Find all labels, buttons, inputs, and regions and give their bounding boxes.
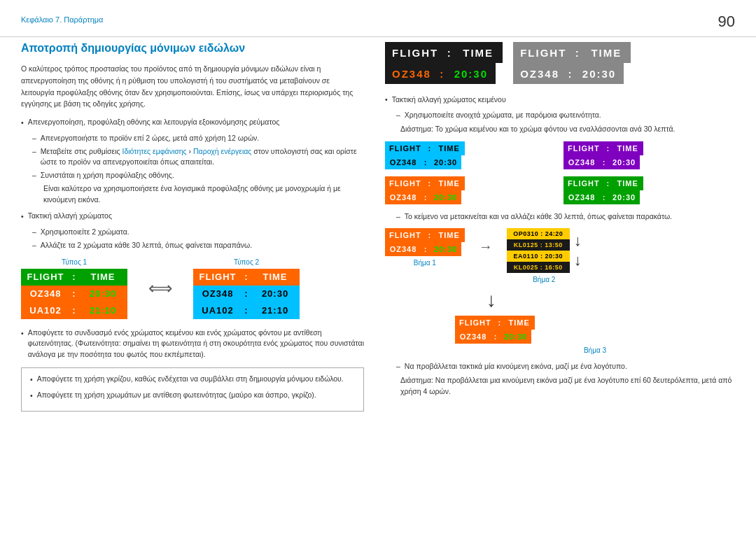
info-item-1: • Αποφύγετε τη χρήση γκρίζου, καθώς ενδέ… xyxy=(30,374,355,386)
s3-d-time: 20:30 xyxy=(500,330,531,344)
t2-d2-left: UA102 xyxy=(193,302,242,319)
step-arrow-right: → xyxy=(479,239,493,255)
t1-d2-colon: : xyxy=(70,302,78,319)
s3-h-flight: FLIGHT xyxy=(455,316,496,330)
sub-bullet-2-1: – Χρησιμοποιείτε 2 χρώματα. xyxy=(32,227,364,238)
step3-label: Βήμα 3 xyxy=(455,346,735,354)
t2-h-left: FLIGHT xyxy=(193,269,242,286)
cy-h-colon: : xyxy=(426,141,434,155)
sc-row3: EA0110 : 20:30 xyxy=(507,251,570,262)
gray-d-oz: OZ348 xyxy=(513,63,566,84)
t1-d-colon: : xyxy=(70,286,78,302)
bullet1-title: Απενεργοποίηση, προφύλαξη οθόνης και λει… xyxy=(28,117,280,129)
t2-h-right: TIME xyxy=(251,269,300,286)
or-d-colon: : xyxy=(421,190,430,204)
gn-d-oz: OZ348 xyxy=(564,190,600,204)
t1-h-left: FLIGHT xyxy=(21,269,70,286)
sub-bullet-1-1: – Απενεργοποιήστε το προϊόν επί 2 ώρες, … xyxy=(32,133,364,144)
bullet-dot: • xyxy=(21,118,24,129)
or-d-oz: OZ348 xyxy=(385,190,421,204)
sub-bullet-1-3: – Συνιστάται η χρήση προφύλαξης οθόνης. xyxy=(32,170,364,181)
link-power[interactable]: Παροχή ενέργειας xyxy=(193,147,251,155)
s3-d-oz: OZ348 xyxy=(455,330,491,344)
s1-h-colon: : xyxy=(426,228,434,242)
type1-label: Τύπος 1 xyxy=(21,258,127,266)
left-column: Αποτροπή δημιουργίας μόνιμων ειδώλων Ο κ… xyxy=(21,42,364,412)
t1-d2-left: UA102 xyxy=(21,302,70,319)
pu-h-time: TIME xyxy=(612,141,643,155)
step3-board: FLIGHT : TIME OZ348 : 20:30 xyxy=(455,316,535,344)
step1-board: FLIGHT : TIME OZ348 : 20:30 xyxy=(385,228,465,256)
t1-d-left: OZ348 xyxy=(21,286,70,302)
s1-d-time: 20:30 xyxy=(430,242,461,256)
sc-row1: OP0310 : 24:20 xyxy=(507,228,570,239)
dark-d-colon: : xyxy=(438,63,447,84)
sub-bullet-2-2: – Αλλάζτε τα 2 χρώματα κάθε 30 λεπτά, όπ… xyxy=(32,240,364,251)
or-h-flight: FLIGHT xyxy=(385,176,426,190)
or-d-time: 20:30 xyxy=(430,190,461,204)
s3-h-colon: : xyxy=(496,316,504,330)
steps-row: FLIGHT : TIME OZ348 : 20:30 Βήμα 1 → xyxy=(385,228,735,283)
right-column: FLIGHT : TIME OZ348 : 20:30 FLIGHT : TIM… xyxy=(385,42,735,412)
down-arrow-2: ↓ xyxy=(574,251,582,269)
pu-h-colon: : xyxy=(604,141,612,155)
sc-row4: KL0025 : 16:50 xyxy=(507,262,570,273)
gray-h-time: TIME xyxy=(582,42,631,63)
dark-d-oz: OZ348 xyxy=(385,63,438,84)
dark-h-time: TIME xyxy=(454,42,503,63)
gray-d-time: 20:30 xyxy=(575,63,624,84)
top-divider xyxy=(0,36,756,37)
dark-h-colon: : xyxy=(445,42,454,63)
green-white-board: FLIGHT : TIME OZ348 : 20:30 xyxy=(564,176,735,204)
cy-d-time: 20:30 xyxy=(430,155,461,169)
right-sub-3: – Το κείμενο να μετακινείται και να αλλά… xyxy=(396,211,735,223)
s3-h-time: TIME xyxy=(504,316,535,330)
t2-d-right: 20:30 xyxy=(251,286,300,302)
step1-label: Βήμα 1 xyxy=(385,259,465,267)
gn-d-time: 20:30 xyxy=(608,190,640,204)
big-down-arrow: ↓ xyxy=(486,289,735,311)
s1-d-oz: OZ348 xyxy=(385,242,421,256)
right-sub-1: – Χρησιμοποιείτε ανοιχτά χρώματα, με παρ… xyxy=(396,110,735,121)
step3-container: FLIGHT : TIME OZ348 : 20:30 Βήμα 3 xyxy=(455,316,735,354)
dark-h-flight: FLIGHT xyxy=(385,42,445,63)
pu-d-time: 20:30 xyxy=(608,155,640,169)
final-sub-1: – Να προβάλλεται τακτικά μία κινούμενη ε… xyxy=(396,361,735,372)
dark-board: FLIGHT : TIME OZ348 : 20:30 xyxy=(385,42,503,84)
t2-h-colon: : xyxy=(242,269,251,286)
right-bullet-1: • Τακτική αλλαγή χρώματος κειμένου xyxy=(385,94,735,106)
final-sub-2: Διάστημα: Να προβάλλεται μια κινούμενη ε… xyxy=(400,375,735,398)
dark-d-time: 20:30 xyxy=(447,63,496,84)
final-bullets: – Να προβάλλεται τακτικά μία κινούμενη ε… xyxy=(385,361,735,397)
down-arrows: ↓ ↓ xyxy=(574,232,582,269)
cy-d-oz: OZ348 xyxy=(385,155,421,169)
bullet2-title: Τακτική αλλαγή χρώματος xyxy=(28,211,112,223)
pu-h-flight: FLIGHT xyxy=(564,141,604,155)
step1-container: FLIGHT : TIME OZ348 : 20:30 Βήμα 1 xyxy=(385,228,465,267)
swap-arrow: ⟺ xyxy=(148,279,172,298)
type2-board: FLIGHT : TIME OZ348 : 20:30 UA102 : 21:1… xyxy=(193,269,300,319)
step2-label: Βήμα 2 xyxy=(507,276,582,283)
section-title: Αποτροπή δημιουργίας μόνιμων ειδώλων xyxy=(21,42,364,55)
intro-text: Ο καλύτερος τρόπος προστασίας του προϊόν… xyxy=(21,63,364,110)
gray-h-colon: : xyxy=(573,42,582,63)
pu-d-colon: : xyxy=(600,155,608,169)
s1-h-flight: FLIGHT xyxy=(385,228,426,242)
link-display-properties[interactable]: Ιδιότητες εμφάνισης xyxy=(122,147,187,155)
type1-board: FLIGHT : TIME OZ348 : 20:30 UA102 : 21:1… xyxy=(21,269,127,319)
purple-board: FLIGHT : TIME OZ348 : 20:30 xyxy=(564,141,735,169)
sub-bullet-1-2: – Μεταβείτε στις ρυθμίσεις Ιδιότητες εμφ… xyxy=(32,146,364,169)
bullet-section-3: • Αποφύγετε το συνδυασμό ενός χρώματος κ… xyxy=(21,328,364,360)
t2-d-left: OZ348 xyxy=(193,286,242,302)
page-number: 90 xyxy=(718,13,735,31)
types-container: Τύπος 1 FLIGHT : TIME OZ348 : 20:30 UA10… xyxy=(21,258,364,319)
bullet-section-2: • Τακτική αλλαγή χρώματος – Χρησιμοποιεί… xyxy=(21,211,364,251)
bullet-section-1: • Απενεργοποίηση, προφύλαξη οθόνης και λ… xyxy=(21,117,364,205)
t2-d-colon: : xyxy=(242,286,251,302)
down-arrow-1: ↓ xyxy=(574,232,582,250)
cy-h-time: TIME xyxy=(434,141,465,155)
s1-h-time: TIME xyxy=(434,228,465,242)
t1-h-right: TIME xyxy=(78,269,127,286)
or-h-colon: : xyxy=(426,176,434,190)
cy-d-colon: : xyxy=(421,155,430,169)
